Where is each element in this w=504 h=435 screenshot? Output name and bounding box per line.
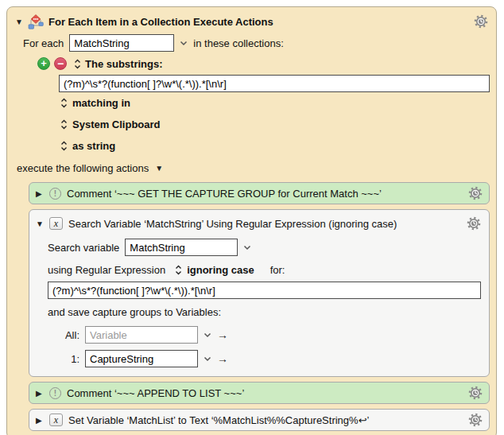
using-regex-row: using Regular Expression ignoring case f…: [48, 260, 483, 279]
goto-variable-arrow[interactable]: →: [217, 328, 228, 341]
collection-type-popup[interactable]: The substrings:: [85, 58, 163, 70]
gear-icon[interactable]: [474, 14, 488, 29]
capture-all-label: All:: [36, 329, 79, 341]
gear-icon[interactable]: [468, 386, 483, 400]
capture-1-label: 1:: [36, 353, 79, 365]
comment-icon: !: [49, 387, 61, 399]
action-comment-append[interactable]: ▶ ! Comment ‘~~~ APPEND TO LIST ~~~’: [29, 382, 490, 404]
disclosure-triangle-collapsed[interactable]: ▶: [36, 189, 44, 198]
capture-group-1-row: 1: →: [36, 348, 483, 369]
action-set-variable[interactable]: ▶ x Set Variable ‘MatchList’ to Text ‘%M…: [29, 409, 490, 431]
action-comment-capture-group[interactable]: ▶ ! Comment ‘~~~ GET THE CAPTURE GROUP f…: [29, 182, 490, 204]
for-each-label: For each: [23, 37, 64, 49]
gear-icon[interactable]: [467, 216, 481, 231]
gear-icon[interactable]: [468, 413, 483, 427]
chevron-down-icon[interactable]: [204, 332, 211, 338]
disclosure-triangle-collapsed[interactable]: ▶: [36, 416, 44, 425]
variable-icon: x: [49, 217, 63, 230]
substring-regex-input[interactable]: [59, 75, 490, 92]
as-type-popup[interactable]: as string: [72, 140, 115, 152]
set-variable-text: Set Variable ‘MatchList’ to Text ‘%Match…: [68, 414, 369, 426]
search-regex-row: [48, 282, 481, 299]
stepper-icon[interactable]: [60, 98, 68, 108]
remove-collection-button[interactable]: −: [54, 57, 67, 70]
stepper-icon[interactable]: [74, 59, 81, 69]
stepper-icon[interactable]: [175, 265, 182, 275]
macro-editor-canvas: ▼ For Each Item in a Collection Execute …: [0, 0, 504, 435]
search-variable-input[interactable]: [125, 239, 238, 256]
collection-row: + − The substrings:: [37, 55, 490, 72]
action-title: For Each Item in a Collection Execute Ac…: [48, 16, 273, 28]
for-each-action-icon: [28, 14, 44, 29]
disclosure-triangle-expanded[interactable]: ▼: [155, 164, 163, 173]
comment-icon: !: [49, 188, 61, 200]
matching-in-popup[interactable]: matching in: [72, 97, 130, 109]
matching-in-row: matching in: [60, 92, 490, 114]
for-label: for:: [270, 264, 285, 276]
disclosure-triangle-expanded[interactable]: ▼: [36, 219, 44, 228]
comment-text: Comment ‘~~~ GET THE CAPTURE GROUP for C…: [67, 188, 382, 200]
save-groups-row: and save capture groups to Variables:: [48, 302, 483, 321]
capture-group-all-row: All: →: [36, 324, 483, 345]
action-search-variable-regex[interactable]: ▼ x Search Variable ‘MatchString’ Using …: [29, 209, 490, 377]
search-variable-label: Search variable: [48, 242, 119, 254]
goto-variable-arrow[interactable]: →: [217, 352, 228, 365]
stepper-icon[interactable]: [60, 141, 68, 151]
clipboard-source-popup[interactable]: System Clipboard: [72, 118, 161, 130]
stepper-icon[interactable]: [60, 119, 68, 130]
using-regex-label: using Regular Expression: [48, 264, 165, 276]
search-action-title: Search Variable ‘MatchString’ Using Regu…: [68, 218, 397, 230]
disclosure-triangle-expanded[interactable]: ▼: [15, 17, 23, 26]
comment-text: Comment ‘~~~ APPEND TO LIST ~~~’: [67, 387, 244, 399]
source-row: System Clipboard: [60, 114, 490, 135]
chevron-down-icon[interactable]: [243, 245, 251, 251]
chevron-down-icon[interactable]: [180, 41, 188, 46]
execute-actions-row: execute the following actions ▼: [17, 158, 490, 177]
gear-icon[interactable]: [468, 186, 483, 200]
save-groups-label: and save capture groups to Variables:: [48, 306, 221, 318]
variable-icon: x: [49, 414, 63, 426]
loop-variable-input[interactable]: [69, 34, 174, 52]
capture-1-variable-input[interactable]: [85, 350, 198, 367]
disclosure-triangle-collapsed[interactable]: ▶: [36, 389, 44, 398]
as-type-row: as string: [60, 135, 490, 157]
case-option-popup[interactable]: ignoring case: [187, 264, 254, 276]
capture-all-variable-input[interactable]: [85, 326, 198, 344]
add-collection-button[interactable]: +: [37, 57, 50, 70]
chevron-down-icon[interactable]: [204, 356, 211, 362]
substring-regex-row: [59, 75, 490, 92]
search-variable-row: Search variable: [48, 237, 483, 258]
collections-label: in these collections:: [193, 37, 283, 49]
for-each-header: ▼ For Each Item in a Collection Execute …: [15, 12, 490, 31]
execute-actions-label: execute the following actions: [17, 162, 149, 174]
search-regex-input[interactable]: [48, 282, 481, 299]
for-each-variable-row: For each in these collections:: [23, 33, 490, 53]
search-action-header: ▼ x Search Variable ‘MatchString’ Using …: [36, 214, 483, 233]
action-for-each-collection[interactable]: ▼ For Each Item in a Collection Execute …: [6, 6, 497, 435]
